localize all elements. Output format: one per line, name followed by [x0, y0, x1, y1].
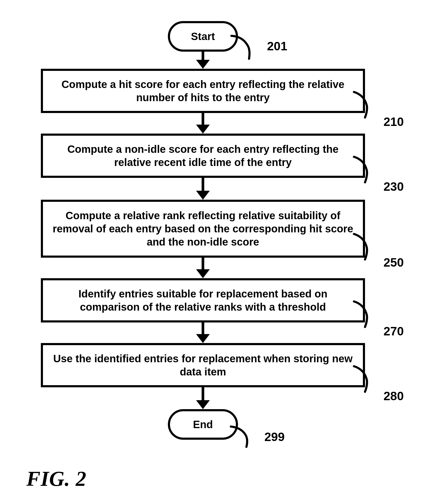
callout-201 — [229, 34, 261, 60]
process-280: Use the identified entries for replaceme… — [41, 343, 365, 387]
ref-210: 210 — [383, 114, 404, 130]
arrow-270-280 — [196, 322, 210, 343]
end-terminal: End 299 — [168, 409, 238, 440]
callout-250 — [352, 232, 379, 261]
process-230-text: Compute a non-idle score for each entry … — [51, 143, 355, 169]
process-210-text: Compute a hit score for each entry refle… — [51, 78, 355, 104]
arrow-start-210 — [196, 52, 210, 69]
arrow-230-250 — [196, 178, 210, 200]
figure-caption: FIG. 2 — [26, 467, 86, 491]
ref-270: 270 — [383, 324, 404, 339]
ref-230: 230 — [383, 179, 404, 194]
flowchart: Start 201 Compute a hit score for each e… — [32, 21, 374, 440]
callout-230 — [352, 155, 379, 184]
end-label: End — [193, 419, 213, 430]
process-280-text: Use the identified entries for replaceme… — [51, 352, 355, 378]
process-210: Compute a hit score for each entry refle… — [41, 69, 365, 113]
process-250-text: Compute a relative rank reflecting relat… — [51, 209, 355, 248]
ref-299: 299 — [264, 430, 285, 444]
process-250: Compute a relative rank reflecting relat… — [41, 200, 365, 258]
start-terminal: Start 201 — [168, 21, 238, 52]
arrow-280-end — [196, 387, 210, 409]
process-270-text: Identify entries suitable for replacemen… — [51, 287, 355, 314]
start-label: Start — [191, 31, 215, 42]
arrow-210-230 — [196, 113, 210, 134]
arrow-250-270 — [196, 258, 210, 278]
callout-280 — [352, 364, 379, 393]
ref-201: 201 — [267, 39, 287, 53]
callout-210 — [352, 90, 379, 119]
ref-250: 250 — [383, 255, 404, 270]
process-230: Compute a non-idle score for each entry … — [41, 134, 365, 178]
callout-270 — [352, 299, 379, 328]
figure-page: Start 201 Compute a hit score for each e… — [0, 0, 433, 504]
process-270: Identify entries suitable for replacemen… — [41, 278, 365, 322]
callout-299 — [229, 424, 258, 448]
ref-280: 280 — [383, 389, 404, 404]
